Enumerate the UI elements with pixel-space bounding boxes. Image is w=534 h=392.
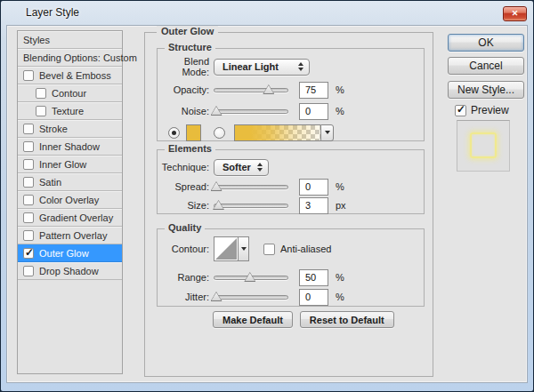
jitter-input[interactable]	[299, 289, 328, 306]
check-icon: ✓	[457, 103, 465, 116]
dialog-body: Styles Blending Options: Custom Bevel & …	[6, 25, 528, 383]
checkbox[interactable]	[23, 159, 34, 170]
sidebar-item-drop-shadow[interactable]: Drop Shadow	[18, 262, 122, 280]
contour-picker-button[interactable]	[239, 236, 249, 261]
sidebar-item-styles[interactable]: Styles	[18, 31, 122, 49]
new-style-button[interactable]: New Style...	[448, 81, 524, 99]
checkbox[interactable]	[23, 177, 34, 188]
opacity-slider[interactable]	[214, 85, 288, 94]
noise-input[interactable]	[299, 103, 328, 120]
sidebar-item-inner-shadow[interactable]: Inner Shadow	[18, 138, 122, 156]
sidebar-item-gradient-overlay[interactable]: Gradient Overlay	[18, 209, 122, 227]
glow-preview-square	[470, 132, 497, 158]
jitter-slider[interactable]	[214, 292, 288, 301]
range-input[interactable]	[299, 269, 328, 286]
layer-style-dialog: Layer Style ✕ Styles Blending Options: C…	[0, 0, 534, 392]
color-radio[interactable]	[168, 127, 180, 139]
size-label: Size:	[158, 200, 209, 211]
make-default-button[interactable]: Make Default	[213, 311, 293, 328]
gradient-radio[interactable]	[214, 127, 225, 139]
elements-group: Elements Technique: Softer Spread: % Siz…	[157, 149, 425, 214]
opacity-label: Opacity:	[158, 84, 209, 95]
checkbox[interactable]	[36, 106, 46, 116]
checkbox[interactable]	[23, 124, 34, 134]
size-slider[interactable]	[214, 201, 288, 210]
checkbox[interactable]	[23, 195, 34, 205]
linear-contour-icon	[215, 238, 237, 260]
checkbox[interactable]	[23, 212, 34, 223]
dropdown-arrow-icon	[325, 131, 330, 134]
ok-button[interactable]: OK	[448, 34, 524, 52]
structure-group: Structure Blend Mode: Linear Light Opaci…	[157, 48, 425, 141]
panel-title: Outer Glow	[157, 26, 218, 36]
spread-input[interactable]	[299, 179, 328, 196]
preview-toggle[interactable]: ✓ Preview	[455, 104, 509, 116]
sidebar-item-contour[interactable]: Contour	[18, 84, 122, 102]
checkbox[interactable]	[23, 70, 34, 81]
technique-dropdown[interactable]: Softer	[214, 159, 269, 176]
preview-label: Preview	[471, 104, 509, 116]
outer-glow-panel: Outer Glow Structure Blend Mode: Linear …	[144, 32, 433, 377]
checkbox[interactable]	[36, 88, 46, 99]
elements-legend: Elements	[165, 143, 215, 154]
checkbox[interactable]	[23, 230, 34, 241]
blend-mode-label: Blend Mode:	[158, 56, 209, 77]
sidebar-item-inner-glow[interactable]: Inner Glow	[18, 156, 122, 173]
preview-checkbox[interactable]: ✓	[455, 105, 466, 116]
opacity-input[interactable]	[299, 82, 328, 99]
range-label: Range:	[158, 272, 209, 283]
contour-label: Contour:	[158, 244, 209, 254]
technique-label: Technique:	[158, 162, 209, 172]
spread-slider[interactable]	[214, 182, 288, 191]
sidebar-item-bevel-emboss[interactable]: Bevel & Emboss	[18, 67, 122, 84]
contour-thumbnail[interactable]	[214, 236, 239, 261]
size-input[interactable]	[299, 197, 328, 214]
checkbox[interactable]	[23, 141, 34, 152]
sidebar-item-outer-glow[interactable]: ✓Outer Glow	[18, 244, 122, 262]
check-icon: ✓	[25, 246, 34, 259]
checkbox[interactable]	[23, 266, 34, 276]
quality-group: Quality Contour: Anti-aliased Range: %	[157, 228, 425, 307]
sidebar-item-texture[interactable]: Texture	[18, 102, 122, 120]
blend-mode-dropdown[interactable]: Linear Light	[214, 59, 310, 76]
sidebar-item-stroke[interactable]: Stroke	[18, 120, 122, 138]
antialiased-checkbox[interactable]	[263, 244, 275, 255]
sidebar-item-pattern-overlay[interactable]: Pattern Overlay	[18, 227, 122, 244]
antialiased-label: Anti-aliased	[280, 244, 331, 254]
quality-legend: Quality	[165, 222, 205, 233]
reset-to-default-button[interactable]: Reset to Default	[300, 311, 394, 328]
styles-list: Styles Blending Options: Custom Bevel & …	[17, 30, 123, 374]
spread-label: Spread:	[158, 181, 209, 192]
checkbox-checked[interactable]: ✓	[23, 248, 34, 259]
sidebar-item-blending-options[interactable]: Blending Options: Custom	[18, 49, 122, 67]
noise-slider[interactable]	[214, 107, 288, 116]
glow-color-swatch[interactable]	[186, 124, 201, 141]
stepper-arrows-icon	[298, 62, 303, 71]
range-slider[interactable]	[214, 273, 288, 282]
gradient-bar[interactable]	[234, 124, 320, 141]
structure-legend: Structure	[165, 42, 215, 52]
dropdown-arrow-icon	[241, 247, 247, 251]
effect-preview-thumbnail	[457, 120, 510, 172]
window-title: Layer Style	[26, 6, 79, 19]
close-button[interactable]: ✕	[503, 6, 527, 21]
jitter-label: Jitter:	[158, 292, 209, 302]
stepper-arrows-icon	[257, 163, 263, 172]
sidebar-item-color-overlay[interactable]: Color Overlay	[18, 191, 122, 209]
sidebar-item-satin[interactable]: Satin	[18, 173, 122, 191]
noise-label: Noise:	[158, 106, 209, 116]
cancel-button[interactable]: Cancel	[448, 57, 524, 75]
gradient-picker-button[interactable]	[320, 124, 334, 141]
